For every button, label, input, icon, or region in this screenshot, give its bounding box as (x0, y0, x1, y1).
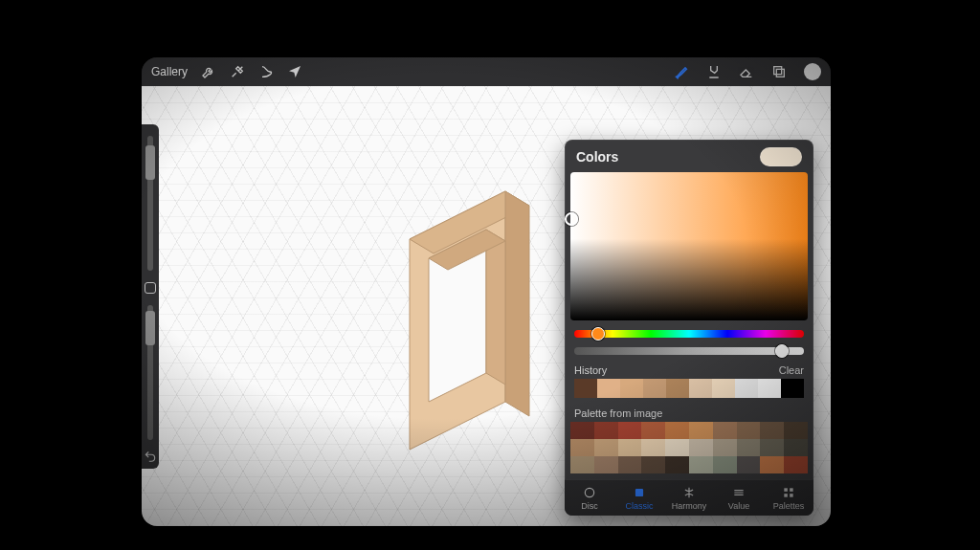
history-swatch[interactable] (689, 379, 712, 398)
color-mode-tabs: Disc Classic Harmony Value Palettes (565, 479, 813, 516)
smudge-icon[interactable] (706, 64, 722, 79)
palette-swatch[interactable] (570, 439, 594, 456)
palette-swatch[interactable] (737, 456, 761, 473)
color-square[interactable] (570, 172, 808, 320)
history-label: History (574, 364, 607, 376)
eraser-icon[interactable] (739, 64, 754, 79)
palette-swatch[interactable] (618, 439, 642, 456)
palette-grid (565, 422, 813, 479)
history-swatch[interactable] (735, 379, 758, 398)
opacity-slider[interactable] (147, 305, 153, 440)
history-swatch[interactable] (597, 379, 620, 398)
palette-swatch[interactable] (760, 456, 784, 473)
brush-size-slider[interactable] (147, 136, 153, 271)
history-swatch[interactable] (620, 379, 643, 398)
selection-icon[interactable] (258, 64, 274, 79)
history-swatches (574, 379, 804, 398)
svg-marker-6 (486, 230, 505, 385)
history-swatch[interactable] (712, 379, 735, 398)
palette-swatch[interactable] (713, 422, 737, 439)
colors-popover: Colors History Clear Palette from image (565, 140, 813, 516)
svg-rect-0 (774, 67, 782, 75)
undo-icon[interactable] (144, 450, 157, 463)
tab-classic[interactable]: Classic (614, 480, 664, 516)
modify-button[interactable] (145, 282, 156, 294)
history-swatch[interactable] (574, 379, 597, 398)
palette-swatch[interactable] (594, 439, 618, 456)
svg-rect-11 (790, 488, 793, 491)
palette-swatch[interactable] (641, 439, 665, 456)
history-swatch[interactable] (666, 379, 689, 398)
layers-icon[interactable] (771, 64, 787, 79)
drawing-doorframe (390, 182, 553, 459)
palette-swatch[interactable] (570, 422, 594, 439)
svg-rect-13 (790, 494, 793, 497)
svg-point-8 (585, 488, 593, 496)
svg-marker-5 (505, 191, 529, 416)
svg-rect-12 (784, 494, 788, 497)
palette-swatch[interactable] (641, 422, 665, 439)
palette-swatch[interactable] (784, 422, 808, 439)
move-icon[interactable] (287, 64, 302, 79)
svg-rect-1 (776, 69, 784, 77)
wrench-icon[interactable] (201, 64, 216, 79)
adjustments-icon[interactable] (230, 64, 245, 79)
app-frame: Gallery (142, 57, 831, 526)
top-toolbar: Gallery (142, 57, 831, 86)
brush-icon[interactable] (674, 64, 689, 79)
palette-swatch[interactable] (737, 422, 761, 439)
brightness-slider[interactable] (574, 347, 804, 355)
history-swatch[interactable] (758, 379, 781, 398)
svg-rect-10 (784, 488, 788, 491)
palette-swatch[interactable] (760, 422, 784, 439)
palette-swatch[interactable] (665, 456, 689, 473)
tab-palettes[interactable]: Palettes (764, 480, 813, 516)
tab-harmony[interactable]: Harmony (664, 480, 714, 516)
tab-disc[interactable]: Disc (565, 480, 614, 516)
palette-label: Palette from image (565, 402, 813, 422)
popover-title: Colors (576, 149, 618, 165)
palette-swatch[interactable] (689, 439, 713, 456)
palette-swatch[interactable] (737, 439, 761, 456)
tab-value[interactable]: Value (714, 480, 764, 516)
palette-swatch[interactable] (570, 456, 594, 473)
history-swatch[interactable] (643, 379, 666, 398)
side-rail (142, 124, 159, 469)
svg-rect-9 (635, 489, 643, 496)
canvas[interactable]: Colors History Clear Palette from image (142, 86, 831, 526)
palette-swatch[interactable] (689, 422, 713, 439)
clear-history-button[interactable]: Clear (779, 364, 804, 376)
palette-swatch[interactable] (594, 422, 618, 439)
palette-swatch[interactable] (665, 439, 689, 456)
palette-swatch[interactable] (713, 439, 737, 456)
gallery-button[interactable]: Gallery (151, 65, 188, 78)
history-swatch[interactable] (781, 379, 804, 398)
palette-swatch[interactable] (784, 456, 808, 473)
palette-swatch[interactable] (784, 439, 808, 456)
palette-swatch[interactable] (713, 456, 737, 473)
hue-slider[interactable] (574, 330, 804, 338)
palette-swatch[interactable] (594, 456, 618, 473)
palette-swatch[interactable] (760, 439, 784, 456)
palette-swatch[interactable] (689, 456, 713, 473)
palette-swatch[interactable] (618, 422, 642, 439)
palette-swatch[interactable] (618, 456, 642, 473)
palette-swatch[interactable] (641, 456, 665, 473)
current-color-swatch[interactable] (760, 147, 802, 166)
palette-swatch[interactable] (665, 422, 689, 439)
color-picker-cursor[interactable] (565, 212, 578, 226)
color-icon[interactable] (804, 63, 821, 80)
